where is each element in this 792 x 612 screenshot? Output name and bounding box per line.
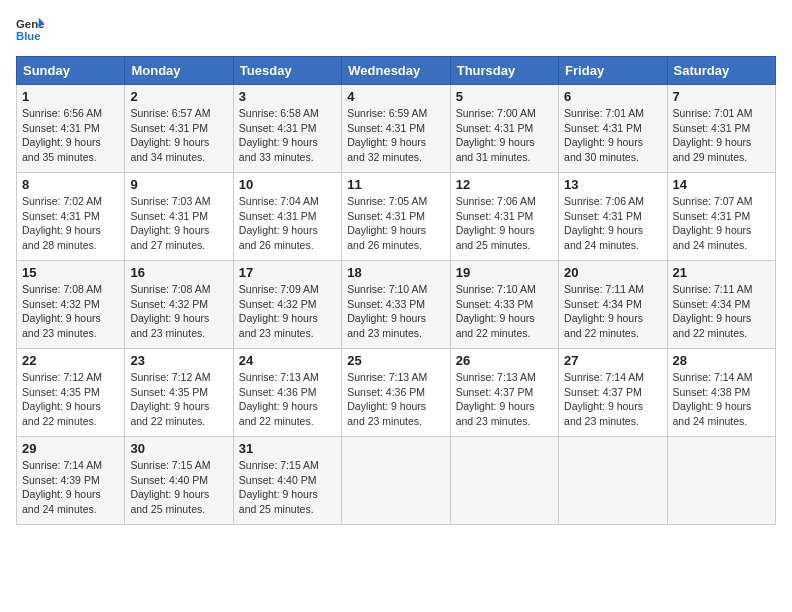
calendar-header-row: SundayMondayTuesdayWednesdayThursdayFrid… (17, 57, 776, 85)
day-info: Sunrise: 7:00 AM Sunset: 4:31 PM Dayligh… (456, 106, 553, 165)
calendar-cell: 16Sunrise: 7:08 AM Sunset: 4:32 PM Dayli… (125, 261, 233, 349)
calendar-body: 1Sunrise: 6:56 AM Sunset: 4:31 PM Daylig… (17, 85, 776, 525)
calendar-cell: 17Sunrise: 7:09 AM Sunset: 4:32 PM Dayli… (233, 261, 341, 349)
calendar-cell: 21Sunrise: 7:11 AM Sunset: 4:34 PM Dayli… (667, 261, 775, 349)
day-number: 7 (673, 89, 770, 104)
day-number: 27 (564, 353, 661, 368)
day-number: 10 (239, 177, 336, 192)
day-info: Sunrise: 6:58 AM Sunset: 4:31 PM Dayligh… (239, 106, 336, 165)
day-number: 21 (673, 265, 770, 280)
header-friday: Friday (559, 57, 667, 85)
day-number: 12 (456, 177, 553, 192)
day-info: Sunrise: 7:14 AM Sunset: 4:37 PM Dayligh… (564, 370, 661, 429)
calendar-cell: 20Sunrise: 7:11 AM Sunset: 4:34 PM Dayli… (559, 261, 667, 349)
header-tuesday: Tuesday (233, 57, 341, 85)
calendar-cell: 25Sunrise: 7:13 AM Sunset: 4:36 PM Dayli… (342, 349, 450, 437)
calendar-week-4: 22Sunrise: 7:12 AM Sunset: 4:35 PM Dayli… (17, 349, 776, 437)
day-number: 29 (22, 441, 119, 456)
day-info: Sunrise: 7:12 AM Sunset: 4:35 PM Dayligh… (22, 370, 119, 429)
calendar-cell: 1Sunrise: 6:56 AM Sunset: 4:31 PM Daylig… (17, 85, 125, 173)
calendar-cell: 29Sunrise: 7:14 AM Sunset: 4:39 PM Dayli… (17, 437, 125, 525)
day-number: 25 (347, 353, 444, 368)
day-number: 16 (130, 265, 227, 280)
calendar-cell (342, 437, 450, 525)
day-info: Sunrise: 7:10 AM Sunset: 4:33 PM Dayligh… (347, 282, 444, 341)
calendar-cell (667, 437, 775, 525)
day-info: Sunrise: 7:11 AM Sunset: 4:34 PM Dayligh… (673, 282, 770, 341)
day-info: Sunrise: 6:56 AM Sunset: 4:31 PM Dayligh… (22, 106, 119, 165)
day-number: 5 (456, 89, 553, 104)
day-number: 15 (22, 265, 119, 280)
day-number: 4 (347, 89, 444, 104)
day-info: Sunrise: 7:01 AM Sunset: 4:31 PM Dayligh… (673, 106, 770, 165)
day-info: Sunrise: 7:08 AM Sunset: 4:32 PM Dayligh… (130, 282, 227, 341)
calendar-cell: 31Sunrise: 7:15 AM Sunset: 4:40 PM Dayli… (233, 437, 341, 525)
day-info: Sunrise: 7:09 AM Sunset: 4:32 PM Dayligh… (239, 282, 336, 341)
day-number: 22 (22, 353, 119, 368)
day-info: Sunrise: 7:02 AM Sunset: 4:31 PM Dayligh… (22, 194, 119, 253)
calendar-cell: 5Sunrise: 7:00 AM Sunset: 4:31 PM Daylig… (450, 85, 558, 173)
day-number: 3 (239, 89, 336, 104)
header-wednesday: Wednesday (342, 57, 450, 85)
day-number: 2 (130, 89, 227, 104)
calendar-cell: 26Sunrise: 7:13 AM Sunset: 4:37 PM Dayli… (450, 349, 558, 437)
day-info: Sunrise: 7:10 AM Sunset: 4:33 PM Dayligh… (456, 282, 553, 341)
day-info: Sunrise: 7:13 AM Sunset: 4:36 PM Dayligh… (239, 370, 336, 429)
calendar-cell: 19Sunrise: 7:10 AM Sunset: 4:33 PM Dayli… (450, 261, 558, 349)
calendar-cell: 13Sunrise: 7:06 AM Sunset: 4:31 PM Dayli… (559, 173, 667, 261)
svg-text:Blue: Blue (16, 30, 41, 42)
header-monday: Monday (125, 57, 233, 85)
day-info: Sunrise: 7:04 AM Sunset: 4:31 PM Dayligh… (239, 194, 336, 253)
day-info: Sunrise: 7:05 AM Sunset: 4:31 PM Dayligh… (347, 194, 444, 253)
calendar-cell: 10Sunrise: 7:04 AM Sunset: 4:31 PM Dayli… (233, 173, 341, 261)
day-number: 11 (347, 177, 444, 192)
day-info: Sunrise: 7:13 AM Sunset: 4:36 PM Dayligh… (347, 370, 444, 429)
day-number: 26 (456, 353, 553, 368)
day-number: 1 (22, 89, 119, 104)
calendar-week-2: 8Sunrise: 7:02 AM Sunset: 4:31 PM Daylig… (17, 173, 776, 261)
calendar-cell: 6Sunrise: 7:01 AM Sunset: 4:31 PM Daylig… (559, 85, 667, 173)
day-info: Sunrise: 7:14 AM Sunset: 4:39 PM Dayligh… (22, 458, 119, 517)
day-info: Sunrise: 7:11 AM Sunset: 4:34 PM Dayligh… (564, 282, 661, 341)
calendar-cell: 27Sunrise: 7:14 AM Sunset: 4:37 PM Dayli… (559, 349, 667, 437)
calendar-cell: 9Sunrise: 7:03 AM Sunset: 4:31 PM Daylig… (125, 173, 233, 261)
calendar-week-3: 15Sunrise: 7:08 AM Sunset: 4:32 PM Dayli… (17, 261, 776, 349)
calendar-cell: 15Sunrise: 7:08 AM Sunset: 4:32 PM Dayli… (17, 261, 125, 349)
day-number: 30 (130, 441, 227, 456)
calendar-cell: 4Sunrise: 6:59 AM Sunset: 4:31 PM Daylig… (342, 85, 450, 173)
calendar-cell: 12Sunrise: 7:06 AM Sunset: 4:31 PM Dayli… (450, 173, 558, 261)
day-number: 24 (239, 353, 336, 368)
calendar-week-5: 29Sunrise: 7:14 AM Sunset: 4:39 PM Dayli… (17, 437, 776, 525)
header-sunday: Sunday (17, 57, 125, 85)
day-info: Sunrise: 7:15 AM Sunset: 4:40 PM Dayligh… (130, 458, 227, 517)
day-info: Sunrise: 7:01 AM Sunset: 4:31 PM Dayligh… (564, 106, 661, 165)
day-info: Sunrise: 7:03 AM Sunset: 4:31 PM Dayligh… (130, 194, 227, 253)
day-info: Sunrise: 6:59 AM Sunset: 4:31 PM Dayligh… (347, 106, 444, 165)
logo: General Blue (16, 16, 44, 44)
calendar-cell: 22Sunrise: 7:12 AM Sunset: 4:35 PM Dayli… (17, 349, 125, 437)
day-info: Sunrise: 7:13 AM Sunset: 4:37 PM Dayligh… (456, 370, 553, 429)
day-info: Sunrise: 7:08 AM Sunset: 4:32 PM Dayligh… (22, 282, 119, 341)
day-info: Sunrise: 7:12 AM Sunset: 4:35 PM Dayligh… (130, 370, 227, 429)
day-number: 19 (456, 265, 553, 280)
calendar-cell: 23Sunrise: 7:12 AM Sunset: 4:35 PM Dayli… (125, 349, 233, 437)
header-thursday: Thursday (450, 57, 558, 85)
calendar-cell: 3Sunrise: 6:58 AM Sunset: 4:31 PM Daylig… (233, 85, 341, 173)
day-number: 6 (564, 89, 661, 104)
day-info: Sunrise: 7:06 AM Sunset: 4:31 PM Dayligh… (564, 194, 661, 253)
day-info: Sunrise: 7:15 AM Sunset: 4:40 PM Dayligh… (239, 458, 336, 517)
calendar-cell: 30Sunrise: 7:15 AM Sunset: 4:40 PM Dayli… (125, 437, 233, 525)
header-saturday: Saturday (667, 57, 775, 85)
calendar-cell: 2Sunrise: 6:57 AM Sunset: 4:31 PM Daylig… (125, 85, 233, 173)
calendar-cell (559, 437, 667, 525)
day-number: 20 (564, 265, 661, 280)
day-number: 18 (347, 265, 444, 280)
calendar-cell: 18Sunrise: 7:10 AM Sunset: 4:33 PM Dayli… (342, 261, 450, 349)
day-number: 31 (239, 441, 336, 456)
calendar-table: SundayMondayTuesdayWednesdayThursdayFrid… (16, 56, 776, 525)
calendar-cell: 24Sunrise: 7:13 AM Sunset: 4:36 PM Dayli… (233, 349, 341, 437)
day-info: Sunrise: 6:57 AM Sunset: 4:31 PM Dayligh… (130, 106, 227, 165)
day-number: 23 (130, 353, 227, 368)
logo-icon: General Blue (16, 16, 44, 44)
calendar-cell: 28Sunrise: 7:14 AM Sunset: 4:38 PM Dayli… (667, 349, 775, 437)
